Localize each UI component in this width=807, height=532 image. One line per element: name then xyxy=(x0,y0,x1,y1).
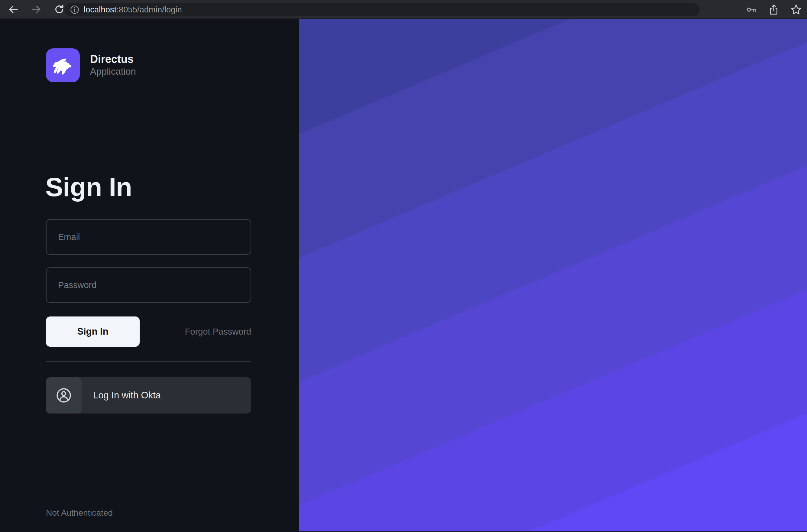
directus-logo xyxy=(46,49,80,82)
brand-block: Directus Application xyxy=(46,49,136,82)
back-button[interactable] xyxy=(7,3,20,16)
nav-buttons xyxy=(0,3,66,16)
actions-row: Sign In Forgot Password xyxy=(46,317,251,347)
site-info-icon[interactable] xyxy=(70,5,79,15)
forgot-password-link[interactable]: Forgot Password xyxy=(185,327,251,337)
url-text: localhost:8055/admin/login xyxy=(84,5,182,15)
password-field[interactable] xyxy=(46,267,251,303)
reload-button[interactable] xyxy=(53,3,66,16)
brand-title: Directus xyxy=(90,53,136,65)
okta-login-button[interactable]: Log In with Okta xyxy=(46,377,251,414)
divider xyxy=(46,361,251,362)
arrow-right-icon xyxy=(31,4,41,15)
url-path: :8055/admin/login xyxy=(116,5,182,14)
okta-button-label: Log In with Okta xyxy=(93,390,161,401)
browser-toolbar: localhost:8055/admin/login xyxy=(0,0,807,19)
okta-icon-box xyxy=(46,377,82,414)
url-host: localhost xyxy=(84,5,116,14)
rabbit-icon xyxy=(51,53,75,78)
sign-in-button[interactable]: Sign In xyxy=(46,317,140,347)
brand-subtitle: Application xyxy=(90,65,136,78)
star-icon xyxy=(790,4,802,16)
user-circle-icon xyxy=(56,387,72,403)
key-icon xyxy=(746,4,757,15)
toolbar-right-icons xyxy=(745,0,803,19)
page-body: Directus Application Sign In Sign In For… xyxy=(0,19,807,531)
share-icon xyxy=(768,4,780,15)
share-button[interactable] xyxy=(767,3,781,16)
password-key-button[interactable] xyxy=(745,3,758,16)
art-panel xyxy=(299,19,807,531)
auth-status: Not Authenticated xyxy=(46,508,113,518)
bookmark-star-button[interactable] xyxy=(789,3,803,16)
login-panel: Directus Application Sign In Sign In For… xyxy=(0,19,299,531)
address-bar[interactable]: localhost:8055/admin/login xyxy=(64,3,700,16)
reload-icon xyxy=(54,4,65,15)
email-field[interactable] xyxy=(46,219,251,255)
brand-text: Directus Application xyxy=(90,53,136,78)
screen: localhost:8055/admin/login xyxy=(0,0,807,531)
page-title: Sign In xyxy=(45,172,251,203)
arrow-left-icon xyxy=(8,4,18,15)
forward-button[interactable] xyxy=(30,3,43,16)
